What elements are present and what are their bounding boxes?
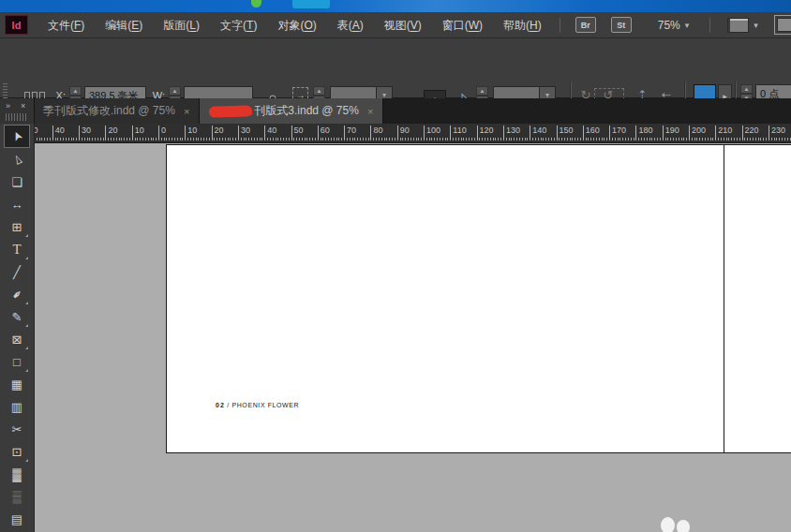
flyout-indicator xyxy=(25,369,28,372)
tab-close-icon[interactable] xyxy=(367,105,373,118)
pasteboard[interactable]: 02 / PHOENIX FLOWER xyxy=(34,143,791,532)
flyout-indicator xyxy=(25,459,28,462)
ruler-tick-label: 50 xyxy=(291,126,304,140)
ruler-tick-label: 210 xyxy=(715,126,732,140)
type-tool[interactable]: T xyxy=(5,239,29,260)
stock-button[interactable]: St xyxy=(611,17,632,33)
panel-grip-handle[interactable] xyxy=(6,113,28,121)
flyout-indicator xyxy=(25,347,28,349)
frame-tool-icon: ⊠ xyxy=(12,333,22,346)
wallpaper-green-shape xyxy=(251,0,261,7)
menu-item-W[interactable]: 窗口(W) xyxy=(432,13,493,37)
page-folio-text: 02 / PHOENIX FLOWER xyxy=(216,402,299,408)
content-collector-tool[interactable]: ⊞ xyxy=(5,216,29,238)
horizontal-grid-tool[interactable]: ▦ xyxy=(5,374,29,395)
type-tool-icon: T xyxy=(12,243,21,257)
pencil-tool-icon: ✎ xyxy=(12,311,22,323)
gradient-feather-tool-icon: ▒ xyxy=(12,491,21,503)
ruler-tick-label: 30 xyxy=(79,126,91,140)
note-tool-icon: ▤ xyxy=(11,513,22,525)
scissors-tool-icon: ✂ xyxy=(12,423,22,436)
ruler-tick-label: 110 xyxy=(450,126,466,140)
frame-tool[interactable]: ⊠ xyxy=(5,329,29,350)
ruler-tick-label: 100 xyxy=(424,126,440,140)
vertical-grid-tool-icon: ▥ xyxy=(11,401,22,413)
line-tool[interactable]: ╱ xyxy=(5,261,29,283)
menu-item-T[interactable]: 文字(T) xyxy=(210,13,267,37)
control-panel: X: 389.5 毫米 Y: 292 毫米 W: H: → ↓ xyxy=(0,38,791,98)
document-tab-1[interactable]: 季刊版式修改.indd @ 75% xyxy=(34,98,200,124)
menu-items: 文件(F)编辑(E)版面(L)文字(T)对象(O)表(A)视图(V)窗口(W)帮… xyxy=(37,13,552,37)
redaction-scribble xyxy=(209,105,252,118)
free-transform-tool[interactable]: ⊡ xyxy=(5,441,29,463)
horizontal-ruler[interactable]: 5040302010010203040506070809010011012013… xyxy=(34,124,791,143)
menu-item-O[interactable]: 对象(O) xyxy=(267,13,326,37)
separator xyxy=(709,18,710,33)
gradient-swatch-tool-icon: ▓ xyxy=(12,468,21,480)
gap-tool-icon: ↔ xyxy=(11,199,23,211)
bridge-button[interactable]: Br xyxy=(575,17,596,33)
direct-selection-tool[interactable]: ▻ xyxy=(5,149,29,170)
screen-mode-dropdown[interactable] xyxy=(777,18,791,32)
gap-tool[interactable]: ↔ xyxy=(5,194,29,215)
folio-separator: / xyxy=(227,402,230,408)
rectangle-tool[interactable]: □ xyxy=(5,351,29,373)
flyout-indicator xyxy=(25,302,28,304)
ruler-tick-label: 230 xyxy=(769,126,785,140)
gradient-feather-tool[interactable]: ▒ xyxy=(5,486,29,508)
ruler-tick-label: 120 xyxy=(477,126,494,140)
page-tool-icon: ❏ xyxy=(11,176,22,188)
folio-title: PHOENIX FLOWER xyxy=(231,402,299,408)
free-transform-tool-icon: ⊡ xyxy=(12,446,22,458)
ruler-tick-label: 80 xyxy=(370,126,382,140)
pen-tool[interactable]: ✒ xyxy=(5,284,29,305)
wallpaper-azure-shape xyxy=(292,0,330,8)
ruler-tick-label: 10 xyxy=(132,126,144,140)
menu-item-A[interactable]: 表(A) xyxy=(327,13,374,37)
flyout-indicator xyxy=(25,324,28,327)
ruler-tick-label: 40 xyxy=(264,126,276,140)
ruler-tick-label: 170 xyxy=(609,126,626,140)
folio-number: 02 xyxy=(216,402,225,408)
separator xyxy=(560,18,560,33)
view-options-dropdown[interactable] xyxy=(727,18,758,33)
zoom-level-dropdown[interactable]: 75% xyxy=(658,19,690,32)
menu-item-F[interactable]: 文件(F) xyxy=(37,13,95,37)
vertical-grid-tool[interactable]: ▥ xyxy=(5,396,29,418)
indesign-window: Id 文件(F)编辑(E)版面(L)文字(T)对象(O)表(A)视图(V)窗口(… xyxy=(0,0,791,532)
direct-selection-tool-icon: ▻ xyxy=(9,153,24,167)
ruler-tick-label: 90 xyxy=(397,126,410,140)
ruler-tick-label: 180 xyxy=(635,126,652,140)
note-tool[interactable]: ▤ xyxy=(5,509,29,530)
ruler-tick-label: 10 xyxy=(185,126,197,140)
menu-bar-right: Br St 75% xyxy=(552,17,791,33)
close-panel-icon[interactable] xyxy=(21,101,25,111)
desktop-wallpaper xyxy=(0,0,791,12)
tab-title: 刊版式3.indd @ 75% xyxy=(254,103,359,119)
ruler-tick-label: 20 xyxy=(212,126,224,140)
menu-item-H[interactable]: 帮助(H) xyxy=(493,13,552,37)
rectangle-tool-icon: □ xyxy=(13,356,21,368)
content-collector-tool-icon: ⊞ xyxy=(12,221,22,233)
ruler-tick-label: 0 xyxy=(158,126,166,140)
expand-panel-icon[interactable] xyxy=(6,101,10,111)
menu-item-L[interactable]: 版面(L) xyxy=(153,13,210,37)
gradient-swatch-tool[interactable]: ▓ xyxy=(5,464,29,485)
tab-close-icon[interactable] xyxy=(184,105,189,118)
ruler-tick-label: 130 xyxy=(503,126,520,140)
menu-item-E[interactable]: 编辑(E) xyxy=(95,13,153,37)
selection-tool[interactable]: ➤ xyxy=(4,125,30,148)
artwork-dot xyxy=(661,517,675,532)
page-spine-line xyxy=(724,144,724,452)
ruler-tick-label: 150 xyxy=(557,126,574,140)
document-tab-2[interactable]: 刊版式3.indd @ 75% xyxy=(200,98,383,124)
selection-tool-icon: ➤ xyxy=(9,129,24,143)
line-tool-icon: ╱ xyxy=(13,266,21,278)
tools-panel: ➤▻❏↔⊞T╱✒✎⊠□▦▥✂⊡▓▒▤ xyxy=(0,124,35,532)
menu-item-V[interactable]: 视图(V) xyxy=(374,13,432,37)
scissors-tool[interactable]: ✂ xyxy=(5,419,29,440)
flyout-indicator xyxy=(25,234,28,237)
ruler-tick-label: 60 xyxy=(318,126,330,140)
page-tool[interactable]: ❏ xyxy=(5,171,29,193)
pencil-tool[interactable]: ✎ xyxy=(5,306,29,328)
